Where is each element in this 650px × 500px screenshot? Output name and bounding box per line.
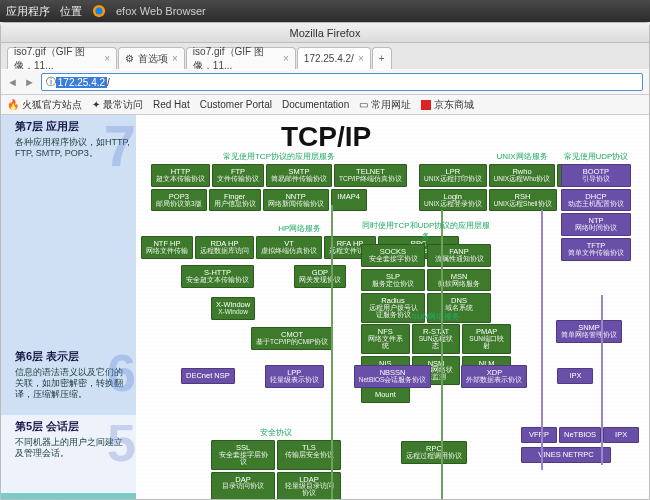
protocol-box: SOCKS安全套接字协议 [361,244,425,267]
bookmark-item[interactable]: Documentation [282,99,349,110]
box-subtitle: TCP/IP终端仿真协议 [339,176,402,183]
protocol-box: SLP服务定位协议 [361,269,425,292]
bookmark-label: 京东商城 [434,98,474,112]
browser-tab[interactable]: 172.25.4.2/× [297,47,371,69]
group-label: SUN网络服务 [361,311,511,324]
protocol-box: VINES NETRPC [521,447,611,463]
bookmark-item[interactable]: Customer Portal [200,99,272,110]
box-subtitle: 远程数据库访问 [200,248,249,255]
l6-group: DECnet NSPLPP轻量级表示协议NBSSNNetBIOS会话服务协议XD… [181,365,601,388]
box-row: DECnet NSPLPP轻量级表示协议NBSSNNetBIOS会话服务协议XD… [181,365,601,388]
info-icon[interactable]: ⓘ [46,75,56,89]
close-icon[interactable]: × [283,53,289,64]
browser-tab[interactable]: iso7.gif（GIF 图像，11...× [7,47,117,69]
box-subtitle: 安全套接字协议 [366,256,420,263]
box-subtitle: 用户信息协议 [214,201,256,208]
box-row: S-HTTP安全超文本传输协议GDP网关发现协议 [181,265,346,288]
protocol-box: R-STATSUN远程状态 [412,324,461,354]
l5-sec-group: 安全协议 SSL安全套接字层协议TLS传输层安全协议DAP目录访问协议LDAP轻… [211,427,341,499]
layer-7: 第7层 应用层 各种应用程序协议，如HTTP, FTP, SMTP, POP3。… [1,115,136,345]
diagram-title: TCP/IP [281,121,371,153]
places-menu[interactable]: 位置 [60,4,82,19]
box-subtitle: 简易邮件传输协议 [271,176,327,183]
box-subtitle: 传输层安全协议 [282,452,336,459]
protocol-box: CMOT基于TCP/IP的CMIP协议 [251,327,333,350]
protocol-box: S-HTTP安全超文本传输协议 [181,265,254,288]
bookmark-label: Red Hat [153,99,190,110]
box-subtitle: 网络时间协议 [566,225,626,232]
protocol-box: VFRP [521,427,557,443]
box-row: CMOT基于TCP/IP的CMIP协议 [251,327,333,350]
sun-group: SUN网络服务 NFS网络文件系统R-STATSUN远程状态PMAPSUN端口映… [361,311,511,403]
firefox-window: Mozilla Firefox iso7.gif（GIF 图像，11...× ⚙… [0,22,650,500]
protocol-box: FTP文件传输协议 [212,164,264,187]
box-title: Mount [375,390,396,399]
protocol-box: POP3邮局协议第3版 [151,189,207,212]
bookmark-item[interactable]: ▭常用网址 [359,98,411,112]
gear-icon: ⚙ [125,53,134,64]
firefox-icon[interactable] [92,4,106,18]
group-label: 常见使用UDP协议 [561,151,631,164]
box-subtitle: 远程过程调用协议 [406,453,462,460]
apps-menu[interactable]: 应用程序 [6,4,50,19]
protocol-box: NTP网络时间协议 [561,213,631,236]
snmp-group: SNMP简单网络管理协议 [556,320,622,343]
protocol-box: MSN微软网络服务 [427,269,491,292]
box-title: VINES NETRPC [538,450,593,459]
window-titlebar: Mozilla Firefox [1,23,649,43]
box-subtitle: 动态主机配置协议 [566,201,626,208]
browser-tab[interactable]: ⚙首选项× [118,47,185,69]
box-row: X-WindowX-Window [211,297,255,320]
protocol-box: NTF HP网络文件传输 [141,236,193,259]
protocol-box: SMTP简易邮件传输协议 [266,164,332,187]
bookmark-item[interactable]: ✦最常访问 [92,98,143,112]
protocol-box: NBSSNNetBIOS会话服务协议 [354,365,432,388]
close-icon[interactable]: × [104,53,110,64]
box-grid: SSL安全套接字层协议TLS传输层安全协议DAP目录访问协议LDAP轻量级目录访… [211,440,341,499]
protocol-box: LPP轻量级表示协议 [265,365,324,388]
box-subtitle: 简单文件传输协议 [566,250,626,257]
box-subtitle: 超文本传输协议 [156,176,205,183]
protocol-box: NFS网络文件系统 [361,324,410,354]
tab-label: 首选项 [138,52,168,66]
osi-layers-column: 第7层 应用层 各种应用程序协议，如HTTP, FTP, SMTP, POP3。… [1,115,136,499]
bookmark-item[interactable]: 🔥火狐官方站点 [7,98,82,112]
forward-button[interactable]: ► [24,76,35,88]
box-subtitle: 轻量级目录访问协议 [282,483,336,497]
box-title: IPX [615,430,627,439]
box-subtitle: UNIX远程登录协议 [424,201,482,208]
tab-bar: iso7.gif（GIF 图像，11...× ⚙首选项× iso7.gif（GI… [1,43,649,69]
bookmark-label: 常用网址 [371,98,411,112]
box-subtitle: 简单网络管理协议 [561,332,617,339]
box-subtitle: 服务定位协议 [366,281,420,288]
protocol-box: NeTBIOS [559,427,601,443]
protocol-box: X-WindowX-Window [211,297,255,320]
box-subtitle: 基于TCP/IP的CMIP协议 [256,339,328,346]
protocol-box: RSHUNIX远程Shell协议 [489,189,557,212]
page-viewport[interactable]: 第7层 应用层 各种应用程序协议，如HTTP, FTP, SMTP, POP3。… [1,115,649,499]
udp-group: 常见使用UDP协议 BOOTP引导协议DHCP动态主机配置协议NTP网络时间协议… [561,151,631,261]
window-title: Mozilla Firefox [290,27,361,39]
new-tab-button[interactable]: + [372,47,392,69]
connector-line [601,295,603,465]
protocol-box: DHCP动态主机配置协议 [561,189,631,212]
protocol-box: GDP网关发现协议 [294,265,346,288]
browser-tab[interactable]: iso7.gif（GIF 图像，11...× [186,47,296,69]
bookmark-item[interactable]: Red Hat [153,99,190,110]
protocol-box: DAP目录访问协议 [211,472,275,500]
bookmark-label: Customer Portal [200,99,272,110]
protocol-box: RDA HP远程数据库访问 [195,236,254,259]
back-button[interactable]: ◄ [7,76,18,88]
bookmark-label: 火狐官方站点 [22,98,82,112]
box-subtitle: X-Window [216,309,250,316]
close-icon[interactable]: × [358,53,364,64]
box-row: VFRPNeTBIOSIPX [521,427,639,443]
protocol-box: LoginUNIX远程登录协议 [419,189,487,212]
protocol-box: NNTP网络新闻传输协议 [263,189,329,212]
close-icon[interactable]: × [172,53,178,64]
box-subtitle: 网关发现协议 [299,277,341,284]
box-subtitle: 安全超文本传输协议 [186,277,249,284]
box-subtitle: 外部数据表示协议 [466,377,522,384]
url-bar[interactable]: ⓘ 172.25.4.2/ [41,73,643,91]
bookmark-item[interactable]: 京东商城 [421,98,474,112]
